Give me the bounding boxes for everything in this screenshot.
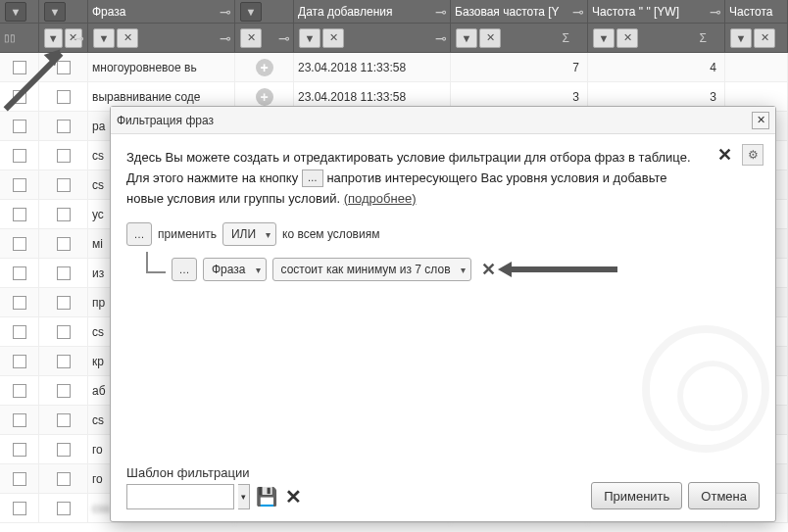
checkbox[interactable] — [57, 266, 71, 280]
cancel-button[interactable]: Отмена — [688, 482, 760, 509]
row-checkbox-cell — [39, 82, 88, 111]
filter-icon[interactable]: ▼ — [240, 2, 262, 22]
clear-filter-icon[interactable]: ✕ — [616, 28, 638, 48]
checkbox[interactable] — [57, 237, 71, 251]
checkbox[interactable] — [13, 502, 26, 515]
checkbox[interactable] — [13, 178, 26, 192]
row-checkbox-cell — [39, 317, 88, 346]
header-freq3[interactable]: Частота — [725, 0, 788, 23]
filter-btn-icon[interactable]: ▼ — [299, 28, 320, 48]
header-phrase[interactable]: Фраза — [88, 0, 235, 23]
logic-operator-select[interactable]: ИЛИ — [222, 222, 276, 246]
header-add: ▼ — [235, 0, 294, 23]
row-checkbox-cell — [0, 229, 39, 258]
filter-freq2: ▼ ✕ — [588, 24, 725, 52]
checkbox[interactable] — [57, 120, 71, 133]
filter-btn-icon[interactable]: ▼ — [44, 28, 63, 48]
clear-filter-icon[interactable]: ✕ — [117, 28, 138, 48]
filter-btn-icon[interactable]: ▼ — [730, 28, 752, 48]
close-icon[interactable]: ✕ — [717, 144, 732, 166]
clear-filter-icon[interactable]: ✕ — [322, 28, 344, 48]
checkbox[interactable] — [57, 355, 71, 368]
checkbox[interactable] — [57, 208, 71, 221]
checkbox[interactable] — [13, 413, 26, 427]
checkbox[interactable] — [13, 266, 26, 280]
clear-filter-icon[interactable]: ✕ — [754, 28, 775, 48]
header-row: ▼ ▼ Фраза ▼ Дата добавления Базовая част… — [0, 0, 788, 24]
filter-btn-icon[interactable]: ▼ — [456, 28, 477, 48]
dialog-footer: Шаблон фильтрации ▾ 💾 ✕ Применить Отмена — [126, 465, 760, 509]
header-freq1[interactable]: Базовая частота [Y — [451, 0, 588, 23]
row-checkbox-cell — [0, 494, 39, 522]
field-select[interactable]: Фраза — [203, 258, 267, 281]
filter-btn-icon[interactable]: ✕ — [240, 28, 262, 48]
checkbox[interactable] — [57, 413, 71, 427]
checkbox[interactable] — [57, 61, 71, 74]
more-link[interactable]: (подробнее) — [344, 191, 417, 206]
dialog-close-icon[interactable]: ✕ — [752, 112, 769, 129]
checkbox[interactable] — [13, 237, 26, 251]
clear-filter-icon[interactable]: ✕ — [65, 28, 83, 48]
row-checkbox-cell — [0, 347, 39, 375]
template-row: ▾ 💾 ✕ Применить Отмена — [126, 484, 760, 509]
template-label: Шаблон фильтрации — [126, 465, 760, 480]
checkbox[interactable] — [13, 61, 26, 74]
filter-date: ▼ ✕ — [294, 24, 451, 52]
row-checkbox-cell — [0, 200, 39, 228]
cell-freq3 — [725, 53, 788, 81]
checkbox[interactable] — [13, 296, 26, 310]
checkbox[interactable] — [13, 90, 26, 104]
checkbox[interactable] — [57, 384, 71, 398]
add-subcondition-button[interactable]: … — [172, 258, 197, 281]
checkbox[interactable] — [57, 472, 71, 486]
checkbox[interactable] — [57, 325, 71, 339]
table-row[interactable]: многоуровневое вь+23.04.2018 11:33:5874 — [0, 53, 788, 82]
checkbox[interactable] — [57, 443, 71, 457]
save-template-icon[interactable]: 💾 — [256, 486, 277, 508]
checkbox[interactable] — [13, 120, 26, 133]
gear-icon[interactable]: ⚙ — [742, 144, 763, 166]
checkbox[interactable] — [13, 384, 26, 398]
filter-row: ▯▯ ▼ ✕ ▼ ✕ ✕ ▼ ✕ ▼ ✕ ▼ ✕ ▼ ✕ — [0, 24, 788, 53]
row-checkbox-cell — [0, 376, 39, 405]
add-condition-button[interactable]: … — [126, 222, 152, 246]
checkbox[interactable] — [13, 149, 26, 163]
checkbox[interactable] — [57, 149, 71, 163]
row-checkbox-cell — [0, 141, 39, 169]
operator-select[interactable]: состоит как минимум из 7 слов — [272, 258, 471, 281]
row-checkbox-cell — [0, 435, 39, 463]
filter-btn-icon[interactable]: ▼ — [593, 28, 615, 48]
checkbox[interactable] — [57, 178, 71, 192]
plus-icon[interactable]: + — [256, 88, 273, 106]
delete-template-icon[interactable]: ✕ — [285, 485, 302, 508]
checkbox[interactable] — [57, 502, 71, 515]
header-select: ▼ — [0, 0, 39, 23]
filter-freq3: ▼ ✕ — [725, 24, 788, 52]
annotation-arrow-right — [510, 266, 617, 272]
checkbox[interactable] — [13, 325, 26, 339]
checkbox[interactable] — [57, 296, 71, 310]
tree-connector — [146, 252, 166, 273]
plus-icon[interactable]: + — [256, 59, 273, 76]
header-freq2[interactable]: Частота " " [YW] — [588, 0, 725, 23]
checkbox[interactable] — [13, 208, 26, 221]
checkbox[interactable] — [13, 472, 26, 486]
delete-condition-icon[interactable]: ✕ — [481, 259, 496, 280]
template-select[interactable] — [126, 484, 234, 509]
apply-button[interactable]: Применить — [591, 482, 682, 509]
template-dropdown-icon[interactable]: ▾ — [238, 484, 250, 509]
filter-icon[interactable]: ▼ — [44, 2, 66, 22]
checkbox[interactable] — [13, 355, 26, 368]
header-date[interactable]: Дата добавления — [294, 0, 451, 23]
sigma-icon — [700, 31, 720, 45]
filter-icon[interactable]: ▼ — [5, 2, 26, 22]
row-checkbox-cell — [0, 288, 39, 316]
filter-btn-icon[interactable]: ▼ — [93, 28, 115, 48]
ellipsis-icon: … — [302, 169, 323, 187]
checkbox[interactable] — [57, 90, 71, 104]
row-checkbox-cell — [39, 141, 88, 169]
clear-filter-icon[interactable]: ✕ — [479, 28, 501, 48]
dialog-body: ✕ ⚙ Здесь Вы можете создать и отредактир… — [111, 134, 775, 521]
checkbox[interactable] — [13, 443, 26, 457]
row-checkbox-cell — [39, 347, 88, 375]
